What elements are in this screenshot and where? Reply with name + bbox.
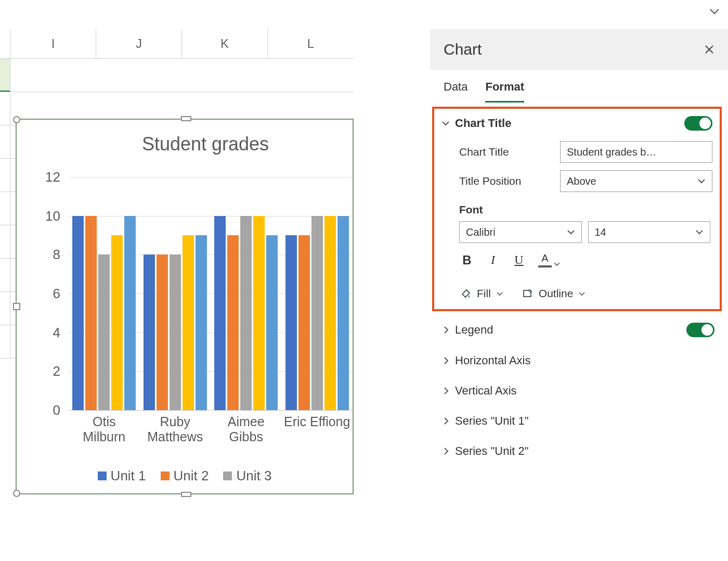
bar[interactable] bbox=[324, 216, 336, 410]
section-label: Series "Unit 2" bbox=[455, 444, 529, 458]
column-header[interactable]: J bbox=[96, 29, 182, 58]
legend-item[interactable]: Unit 3 bbox=[223, 468, 271, 484]
row-header[interactable] bbox=[0, 325, 10, 358]
bar[interactable] bbox=[157, 254, 168, 410]
close-icon[interactable] bbox=[704, 44, 714, 55]
bar[interactable] bbox=[144, 254, 155, 410]
section-vertical-axis[interactable]: Vertical Axis bbox=[430, 376, 728, 406]
chevron-down-icon bbox=[441, 121, 450, 126]
legend-item[interactable]: Unit 2 bbox=[161, 468, 209, 484]
fill-button[interactable]: Fill bbox=[460, 287, 503, 300]
legend-swatch bbox=[98, 471, 107, 480]
bold-button[interactable]: B bbox=[460, 253, 474, 267]
legend-item[interactable]: Unit 1 bbox=[98, 468, 146, 484]
row-header[interactable] bbox=[0, 292, 10, 325]
y-tick-label: 8 bbox=[53, 247, 60, 263]
legend-toggle[interactable] bbox=[686, 323, 714, 337]
chart-title-input[interactable]: Student grades b… bbox=[560, 141, 712, 163]
bar[interactable] bbox=[111, 235, 123, 410]
bar[interactable] bbox=[266, 235, 278, 410]
section-series-unit-2[interactable]: Series "Unit 2" bbox=[430, 436, 728, 466]
resize-handle[interactable] bbox=[13, 303, 20, 310]
bar[interactable] bbox=[285, 235, 297, 410]
section-horizontal-axis[interactable]: Horizontal Axis bbox=[430, 346, 728, 376]
bar[interactable] bbox=[98, 254, 110, 410]
outline-label: Outline bbox=[539, 287, 574, 300]
section-series-unit-1[interactable]: Series "Unit 1" bbox=[430, 406, 728, 436]
bar[interactable] bbox=[227, 235, 239, 410]
font-color-button[interactable]: A bbox=[538, 252, 560, 267]
resize-handle[interactable] bbox=[13, 490, 20, 497]
bar[interactable] bbox=[196, 235, 207, 410]
legend-swatch bbox=[223, 471, 232, 480]
x-axis-labels[interactable]: Otis MilburnRuby MatthewsAimee GibbsEric… bbox=[69, 411, 353, 444]
chevron-down-icon bbox=[496, 291, 503, 296]
row-header[interactable] bbox=[0, 125, 10, 158]
gridline bbox=[69, 410, 353, 411]
panel-tabs: Data Format bbox=[430, 70, 728, 103]
row-header[interactable] bbox=[0, 92, 10, 125]
bar[interactable] bbox=[183, 235, 194, 410]
font-name-select[interactable]: Calibri bbox=[459, 221, 582, 243]
resize-handle[interactable] bbox=[13, 116, 20, 123]
column-header[interactable]: K bbox=[182, 29, 268, 58]
chart-object[interactable]: Student grades 024681012 Otis MilburnRub… bbox=[16, 119, 354, 494]
font-style-buttons: B I U A bbox=[460, 252, 712, 267]
tab-data[interactable]: Data bbox=[444, 80, 467, 103]
font-size-value: 14 bbox=[595, 226, 606, 238]
column-header[interactable]: I bbox=[10, 29, 96, 58]
chevron-right-icon bbox=[444, 447, 449, 455]
bar[interactable] bbox=[214, 216, 226, 410]
chart-legend[interactable]: Unit 1Unit 2Unit 3 bbox=[17, 468, 353, 484]
collapse-ribbon-chevron-icon[interactable] bbox=[709, 8, 720, 15]
outline-button[interactable]: Outline bbox=[522, 287, 586, 300]
bar[interactable] bbox=[253, 216, 265, 410]
tab-format[interactable]: Format bbox=[485, 80, 524, 103]
bar-group[interactable] bbox=[282, 177, 353, 410]
bar-group[interactable] bbox=[69, 177, 140, 410]
chevron-right-icon bbox=[444, 387, 449, 395]
y-axis[interactable]: 024681012 bbox=[37, 177, 66, 410]
bar[interactable] bbox=[240, 216, 252, 410]
bar[interactable] bbox=[170, 254, 181, 410]
plot-area[interactable]: 024681012 bbox=[37, 177, 353, 410]
underline-button[interactable]: U bbox=[512, 253, 526, 267]
y-tick-label: 4 bbox=[53, 324, 60, 340]
chart-title-section: Chart Title Chart Title Student grades b… bbox=[432, 107, 722, 311]
font-size-select[interactable]: 14 bbox=[588, 221, 711, 243]
bar-group[interactable] bbox=[140, 177, 211, 410]
chevron-right-icon bbox=[444, 326, 449, 334]
chevron-down-icon bbox=[578, 291, 586, 296]
chart-title[interactable]: Student grades bbox=[58, 133, 353, 155]
x-axis-label: Otis Milburn bbox=[69, 411, 140, 444]
row-header[interactable] bbox=[0, 159, 10, 192]
chevron-down-icon bbox=[697, 178, 706, 184]
bar[interactable] bbox=[85, 216, 97, 410]
resize-handle[interactable] bbox=[181, 116, 191, 121]
chevron-right-icon bbox=[444, 417, 449, 425]
title-position-select[interactable]: Above bbox=[560, 170, 712, 192]
bar[interactable] bbox=[311, 216, 323, 410]
row-header[interactable] bbox=[0, 192, 10, 225]
legend-swatch bbox=[161, 471, 170, 480]
font-heading: Font bbox=[459, 203, 712, 216]
chevron-down-icon bbox=[695, 230, 704, 235]
y-tick-label: 12 bbox=[45, 169, 60, 185]
row-header[interactable] bbox=[0, 259, 10, 291]
panel-title: Chart bbox=[444, 41, 482, 58]
italic-button[interactable]: I bbox=[486, 253, 500, 267]
column-header[interactable]: L bbox=[268, 29, 354, 58]
section-toggle-chart-title[interactable]: Chart Title bbox=[441, 117, 511, 130]
bar-group[interactable] bbox=[211, 177, 282, 410]
bar[interactable] bbox=[72, 216, 84, 410]
select-all-corner[interactable] bbox=[0, 29, 10, 58]
bar[interactable] bbox=[124, 216, 136, 410]
bar[interactable] bbox=[298, 235, 310, 410]
bar[interactable] bbox=[337, 216, 349, 410]
section-legend[interactable]: Legend bbox=[430, 314, 728, 346]
row-header[interactable] bbox=[0, 225, 10, 258]
chart-title-toggle[interactable] bbox=[684, 116, 712, 131]
legend-label: Unit 3 bbox=[236, 468, 271, 484]
resize-handle[interactable] bbox=[181, 492, 191, 497]
row-header[interactable] bbox=[0, 59, 10, 92]
